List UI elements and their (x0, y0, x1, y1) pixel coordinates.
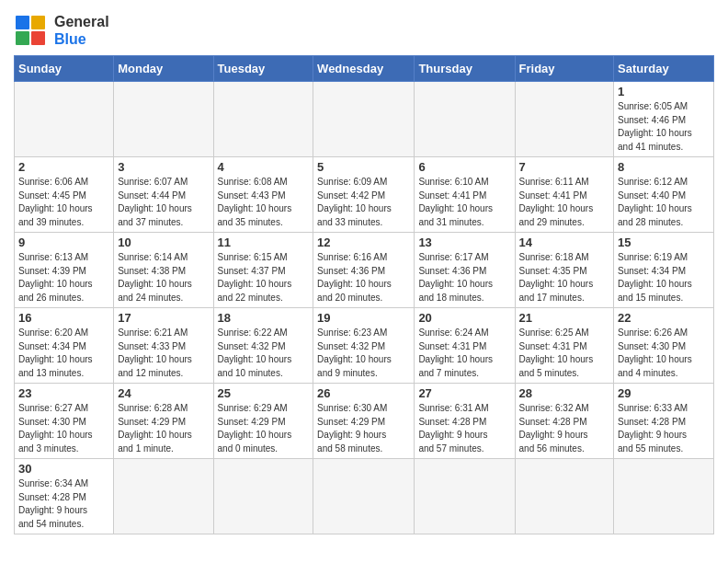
day-cell: 25Sunrise: 6:29 AM Sunset: 4:29 PM Dayli… (213, 384, 313, 459)
svg-rect-2 (16, 31, 29, 45)
day-info: Sunrise: 6:21 AM Sunset: 4:33 PM Dayligh… (118, 327, 209, 380)
logo-svg (14, 14, 47, 47)
day-info: Sunrise: 6:33 AM Sunset: 4:28 PM Dayligh… (618, 402, 710, 455)
day-cell: 30Sunrise: 6:34 AM Sunset: 4:28 PM Dayli… (15, 459, 114, 534)
day-cell: 24Sunrise: 6:28 AM Sunset: 4:29 PM Dayli… (114, 384, 213, 459)
day-cell: 27Sunrise: 6:31 AM Sunset: 4:28 PM Dayli… (415, 384, 515, 459)
week-row-4: 23Sunrise: 6:27 AM Sunset: 4:30 PM Dayli… (15, 384, 714, 459)
week-row-2: 9Sunrise: 6:13 AM Sunset: 4:39 PM Daylig… (15, 233, 714, 308)
day-number: 3 (118, 160, 209, 174)
day-info: Sunrise: 6:27 AM Sunset: 4:30 PM Dayligh… (18, 402, 109, 455)
day-number: 27 (418, 386, 510, 400)
day-info: Sunrise: 6:08 AM Sunset: 4:43 PM Dayligh… (218, 176, 310, 229)
day-info: Sunrise: 6:34 AM Sunset: 4:28 PM Dayligh… (18, 477, 109, 531)
day-number: 10 (118, 236, 209, 249)
day-cell: 21Sunrise: 6:25 AM Sunset: 4:31 PM Dayli… (515, 308, 614, 384)
svg-rect-3 (31, 31, 45, 45)
day-info: Sunrise: 6:12 AM Sunset: 4:40 PM Dayligh… (618, 176, 710, 229)
day-cell: 11Sunrise: 6:15 AM Sunset: 4:37 PM Dayli… (213, 233, 313, 308)
day-cell (114, 82, 213, 157)
day-number: 9 (18, 236, 109, 249)
day-info: Sunrise: 6:22 AM Sunset: 4:32 PM Dayligh… (218, 327, 310, 380)
day-cell: 5Sunrise: 6:09 AM Sunset: 4:42 PM Daylig… (313, 157, 415, 233)
day-number: 22 (618, 311, 710, 325)
day-cell: 29Sunrise: 6:33 AM Sunset: 4:28 PM Dayli… (614, 384, 714, 459)
day-number: 7 (519, 160, 610, 174)
day-info: Sunrise: 6:23 AM Sunset: 4:32 PM Dayligh… (317, 327, 410, 380)
day-cell: 15Sunrise: 6:19 AM Sunset: 4:34 PM Dayli… (614, 233, 714, 308)
day-info: Sunrise: 6:32 AM Sunset: 4:28 PM Dayligh… (519, 402, 610, 455)
week-row-0: 1Sunrise: 6:05 AM Sunset: 4:46 PM Daylig… (15, 82, 714, 157)
day-cell: 7Sunrise: 6:11 AM Sunset: 4:41 PM Daylig… (515, 157, 614, 233)
weekday-sunday: Sunday (15, 56, 114, 82)
day-info: Sunrise: 6:16 AM Sunset: 4:36 PM Dayligh… (317, 251, 410, 304)
day-number: 25 (218, 386, 310, 400)
day-number: 21 (519, 311, 610, 325)
day-info: Sunrise: 6:24 AM Sunset: 4:31 PM Dayligh… (418, 327, 510, 380)
day-cell (114, 459, 213, 534)
day-number: 12 (317, 236, 410, 249)
weekday-wednesday: Wednesday (313, 56, 415, 82)
day-number: 5 (317, 160, 410, 174)
logo-blue-text: Blue (54, 30, 109, 48)
day-number: 23 (18, 386, 109, 400)
day-cell (313, 82, 415, 157)
logo: General Blue (14, 13, 109, 48)
day-cell: 12Sunrise: 6:16 AM Sunset: 4:36 PM Dayli… (313, 233, 415, 308)
day-number: 19 (317, 311, 410, 325)
day-cell: 8Sunrise: 6:12 AM Sunset: 4:40 PM Daylig… (614, 157, 714, 233)
day-number: 8 (618, 160, 710, 174)
day-number: 17 (118, 311, 209, 325)
week-row-3: 16Sunrise: 6:20 AM Sunset: 4:34 PM Dayli… (15, 308, 714, 384)
svg-rect-1 (31, 16, 45, 29)
day-info: Sunrise: 6:31 AM Sunset: 4:28 PM Dayligh… (418, 402, 510, 455)
day-number: 18 (218, 311, 310, 325)
day-number: 2 (18, 160, 109, 174)
day-cell: 13Sunrise: 6:17 AM Sunset: 4:36 PM Dayli… (415, 233, 515, 308)
day-cell (213, 82, 313, 157)
day-number: 16 (18, 311, 109, 325)
day-cell: 2Sunrise: 6:06 AM Sunset: 4:45 PM Daylig… (15, 157, 114, 233)
day-info: Sunrise: 6:30 AM Sunset: 4:29 PM Dayligh… (317, 402, 410, 455)
day-info: Sunrise: 6:25 AM Sunset: 4:31 PM Dayligh… (519, 327, 610, 380)
day-info: Sunrise: 6:09 AM Sunset: 4:42 PM Dayligh… (317, 176, 410, 229)
day-info: Sunrise: 6:14 AM Sunset: 4:38 PM Dayligh… (118, 251, 209, 304)
day-cell: 18Sunrise: 6:22 AM Sunset: 4:32 PM Dayli… (213, 308, 313, 384)
day-number: 30 (18, 462, 109, 476)
page: General Blue SundayMondayTuesdayWednesda… (0, 0, 728, 548)
day-info: Sunrise: 6:28 AM Sunset: 4:29 PM Dayligh… (118, 402, 209, 455)
day-cell: 4Sunrise: 6:08 AM Sunset: 4:43 PM Daylig… (213, 157, 313, 233)
day-cell (213, 459, 313, 534)
day-cell: 3Sunrise: 6:07 AM Sunset: 4:44 PM Daylig… (114, 157, 213, 233)
day-cell: 1Sunrise: 6:05 AM Sunset: 4:46 PM Daylig… (614, 82, 714, 157)
day-number: 11 (218, 236, 310, 249)
day-number: 4 (218, 160, 310, 174)
day-info: Sunrise: 6:05 AM Sunset: 4:46 PM Dayligh… (618, 100, 710, 154)
weekday-friday: Friday (515, 56, 614, 82)
day-number: 28 (519, 386, 610, 400)
weekday-thursday: Thursday (415, 56, 515, 82)
day-info: Sunrise: 6:26 AM Sunset: 4:30 PM Dayligh… (618, 327, 710, 380)
logo-general-text: General (54, 13, 109, 30)
day-cell (515, 459, 614, 534)
day-cell: 23Sunrise: 6:27 AM Sunset: 4:30 PM Dayli… (15, 384, 114, 459)
day-cell (415, 82, 515, 157)
day-cell: 28Sunrise: 6:32 AM Sunset: 4:28 PM Dayli… (515, 384, 614, 459)
day-number: 24 (118, 386, 209, 400)
day-cell: 6Sunrise: 6:10 AM Sunset: 4:41 PM Daylig… (415, 157, 515, 233)
day-info: Sunrise: 6:19 AM Sunset: 4:34 PM Dayligh… (618, 251, 710, 304)
weekday-monday: Monday (114, 56, 213, 82)
week-row-1: 2Sunrise: 6:06 AM Sunset: 4:45 PM Daylig… (15, 157, 714, 233)
day-cell (415, 459, 515, 534)
svg-rect-0 (16, 16, 29, 29)
day-cell (515, 82, 614, 157)
day-cell: 9Sunrise: 6:13 AM Sunset: 4:39 PM Daylig… (15, 233, 114, 308)
day-number: 6 (418, 160, 510, 174)
day-info: Sunrise: 6:15 AM Sunset: 4:37 PM Dayligh… (218, 251, 310, 304)
day-number: 29 (618, 386, 710, 400)
day-number: 1 (618, 85, 710, 98)
day-info: Sunrise: 6:06 AM Sunset: 4:45 PM Dayligh… (18, 176, 109, 229)
day-number: 26 (317, 386, 410, 400)
week-row-5: 30Sunrise: 6:34 AM Sunset: 4:28 PM Dayli… (15, 459, 714, 534)
header: General Blue (14, 9, 714, 48)
